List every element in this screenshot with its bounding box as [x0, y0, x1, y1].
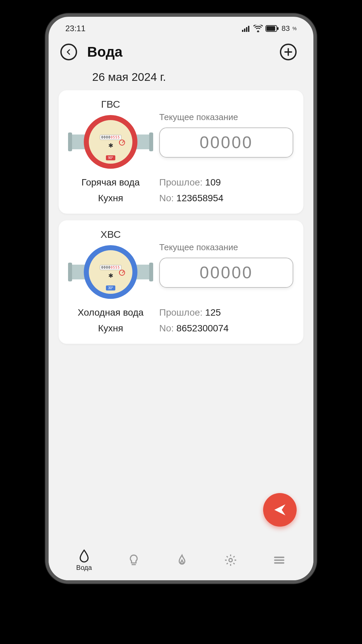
plus-icon — [284, 48, 293, 56]
svg-rect-5 — [266, 26, 275, 31]
nav-electricity[interactable] — [127, 553, 140, 567]
back-button[interactable] — [60, 44, 77, 60]
meter-card-cold: ХВС 00000555 ✱ 30° — [59, 220, 303, 344]
meter-abbreviation: ХВС — [101, 229, 121, 240]
svg-rect-3 — [248, 26, 249, 32]
meter-type-name: Горячая вода — [81, 177, 140, 188]
meter-abbreviation: ГВС — [101, 99, 120, 110]
gear-icon — [224, 553, 237, 567]
nav-menu[interactable] — [273, 553, 286, 567]
meter-temp-tag: 90° — [106, 155, 115, 160]
phone-frame: 23:11 83% Вода 26 мая 2024 г. — [45, 13, 317, 584]
meter-type-name: Холодная вода — [78, 307, 144, 318]
svg-rect-6 — [277, 27, 279, 30]
status-indicators: 83% — [242, 24, 297, 33]
svg-rect-2 — [246, 27, 247, 32]
battery-percent-symbol: % — [293, 26, 297, 31]
cellular-signal-icon — [242, 25, 251, 32]
nav-water-label: Вода — [76, 564, 92, 572]
previous-reading: Прошлое: 125 — [159, 307, 293, 318]
send-button[interactable] — [263, 493, 297, 527]
serial-number: No: 123658954 — [159, 193, 293, 204]
current-reading-label: Текущее показание — [159, 242, 293, 253]
svg-rect-1 — [244, 29, 245, 32]
meter-card-hot: ГВС 00000555 ✱ 90° — [59, 90, 303, 214]
date-label: 26 мая 2024 г. — [49, 64, 313, 90]
current-reading-input[interactable]: 00000 — [159, 258, 293, 288]
battery-icon — [265, 25, 279, 32]
chevron-left-icon — [65, 49, 72, 55]
meter-location: Кухня — [98, 323, 123, 334]
nav-settings[interactable] — [224, 553, 237, 567]
svg-point-7 — [229, 558, 232, 562]
wifi-icon — [253, 25, 263, 32]
bottom-navigation: Вода — [49, 540, 313, 580]
meter-card-list: ГВС 00000555 ✱ 90° — [49, 90, 313, 344]
svg-rect-0 — [242, 30, 243, 32]
nav-gas[interactable] — [175, 553, 189, 567]
page-title: Вода — [87, 44, 270, 60]
water-meter-icon-hot: 00000555 ✱ 90° — [72, 113, 149, 170]
nav-water[interactable]: Вода — [76, 549, 92, 572]
menu-icon — [273, 553, 286, 567]
status-bar: 23:11 83% — [49, 17, 313, 40]
battery-percent: 83 — [282, 24, 290, 33]
flame-icon — [175, 553, 189, 567]
app-header: Вода — [49, 40, 313, 64]
lightbulb-icon — [127, 553, 140, 567]
current-reading-input[interactable]: 00000 — [159, 127, 293, 158]
meter-temp-tag: 30° — [106, 285, 115, 290]
current-reading-label: Текущее показание — [159, 112, 293, 122]
water-meter-icon-cold: 00000555 ✱ 30° — [72, 244, 149, 301]
meter-location: Кухня — [98, 193, 123, 204]
send-icon — [273, 502, 287, 517]
status-time: 23:11 — [65, 24, 85, 33]
water-drop-icon — [77, 549, 91, 562]
serial-number: No: 8652300074 — [159, 323, 293, 334]
add-button[interactable] — [280, 44, 297, 60]
previous-reading: Прошлое: 109 — [159, 177, 293, 188]
